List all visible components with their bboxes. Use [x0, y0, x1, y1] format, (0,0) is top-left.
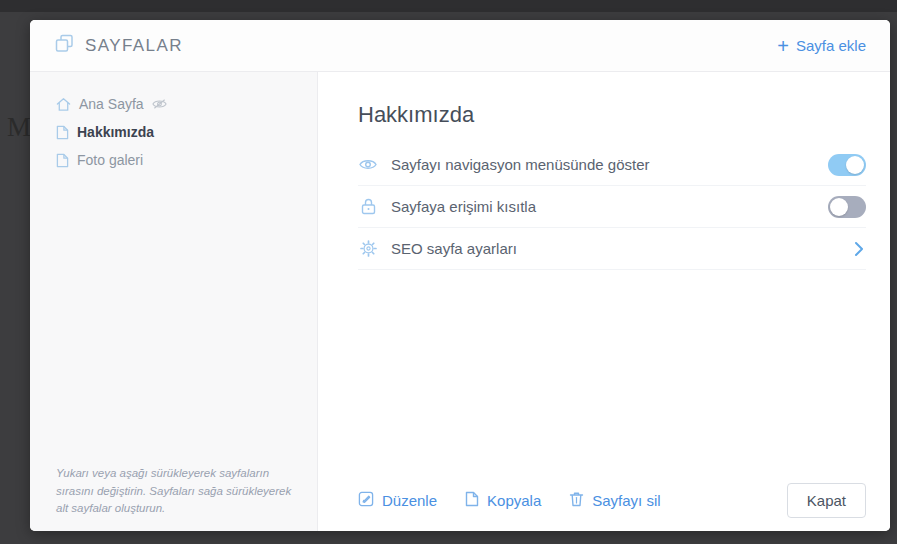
page-icon	[56, 125, 69, 140]
dialog-header: SAYFALAR + Sayfa ekle	[30, 20, 890, 72]
page-actions-bar: Düzenle Kopyala	[358, 469, 866, 531]
pages-dialog: SAYFALAR + Sayfa ekle Ana Sayfa	[30, 20, 890, 531]
sidebar-item-label: Hakkımızda	[77, 124, 154, 140]
page-title: Hakkımızda	[358, 102, 866, 128]
page-settings-panel: Hakkımızda Sayfayı navigasyon menüsünde …	[318, 72, 890, 531]
sidebar-item-label: Foto galeri	[77, 152, 143, 168]
copy-icon	[465, 491, 479, 510]
setting-label: Sayfayı navigasyon menüsünde göster	[391, 156, 815, 173]
dialog-title: SAYFALAR	[85, 36, 183, 56]
setting-label: SEO sayfa ayarları	[391, 240, 841, 257]
setting-row-show-in-nav: Sayfayı navigasyon menüsünde göster	[358, 144, 866, 186]
toggle-knob	[846, 156, 864, 174]
page-icon	[56, 153, 69, 168]
dialog-body: Ana Sayfa	[30, 72, 890, 531]
action-label: Sayfayı sil	[592, 492, 660, 509]
setting-label: Sayfaya erişimi kısıtla	[391, 198, 815, 215]
action-label: Kopyala	[487, 492, 541, 509]
gear-icon	[358, 240, 378, 257]
restrict-access-toggle[interactable]	[828, 196, 866, 218]
dimmed-page-background: M SAYFALAR + Sayfa ekle	[0, 0, 897, 544]
trash-icon	[569, 491, 584, 510]
show-in-nav-toggle[interactable]	[828, 154, 866, 176]
add-page-label: Sayfa ekle	[796, 37, 866, 54]
action-label: Düzenle	[382, 492, 437, 509]
background-page-letter: M	[7, 112, 31, 143]
edit-icon	[358, 491, 374, 510]
sidebar-drag-hint: Yukarı veya aşağı sürükleyerek sayfaları…	[56, 465, 301, 517]
setting-row-seo[interactable]: SEO sayfa ayarları	[358, 228, 866, 270]
close-button[interactable]: Kapat	[787, 483, 866, 518]
pages-icon	[54, 33, 75, 58]
sidebar-item-ana-sayfa[interactable]: Ana Sayfa	[30, 90, 317, 118]
setting-row-restrict-access: Sayfaya erişimi kısıtla	[358, 186, 866, 228]
sidebar-item-hakkimizda[interactable]: Hakkımızda	[30, 118, 317, 146]
sidebar-item-foto-galeri[interactable]: Foto galeri	[30, 146, 317, 174]
edit-page-button[interactable]: Düzenle	[358, 491, 437, 510]
copy-page-button[interactable]: Kopyala	[465, 491, 541, 510]
pages-sidebar: Ana Sayfa	[30, 72, 318, 531]
plus-icon: +	[777, 36, 789, 56]
eye-off-icon	[152, 98, 167, 110]
home-icon	[56, 97, 71, 112]
sidebar-item-label: Ana Sayfa	[79, 96, 144, 112]
chevron-right-icon[interactable]	[854, 241, 864, 257]
dialog-title-group: SAYFALAR	[54, 33, 183, 58]
lock-icon	[358, 198, 378, 215]
toggle-knob	[830, 198, 848, 216]
delete-page-button[interactable]: Sayfayı sil	[569, 491, 660, 510]
add-page-button[interactable]: + Sayfa ekle	[777, 36, 866, 56]
background-top-strip	[0, 0, 897, 12]
eye-icon	[358, 158, 378, 171]
